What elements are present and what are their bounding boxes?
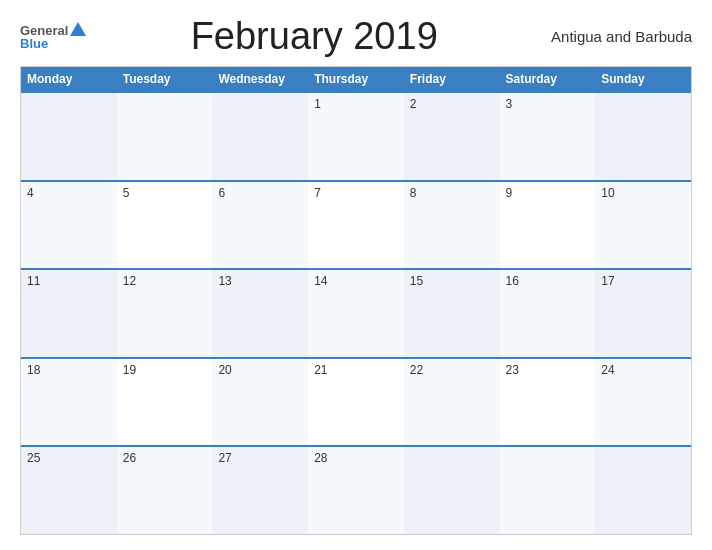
- calendar-week: 25262728: [21, 445, 691, 534]
- logo: General Blue: [20, 24, 86, 50]
- day-number: 2: [410, 97, 417, 111]
- day-number: 18: [27, 363, 40, 377]
- calendar-cell: 13: [212, 270, 308, 357]
- calendar-cell: 25: [21, 447, 117, 534]
- day-number: 20: [218, 363, 231, 377]
- calendar-cell: 16: [500, 270, 596, 357]
- weekday-header: Friday: [404, 67, 500, 91]
- day-number: 12: [123, 274, 136, 288]
- calendar-week: 123: [21, 91, 691, 180]
- day-number: 9: [506, 186, 513, 200]
- calendar-cell: 12: [117, 270, 213, 357]
- logo-general-text: General: [20, 24, 68, 37]
- day-number: 23: [506, 363, 519, 377]
- weekday-header: Sunday: [595, 67, 691, 91]
- calendar-cell: 7: [308, 182, 404, 269]
- day-number: 5: [123, 186, 130, 200]
- calendar-title: February 2019: [86, 15, 542, 58]
- calendar-cell: 1: [308, 93, 404, 180]
- calendar-body: 1234567891011121314151617181920212223242…: [21, 91, 691, 534]
- calendar-cell: 28: [308, 447, 404, 534]
- day-number: 15: [410, 274, 423, 288]
- calendar-cell: 9: [500, 182, 596, 269]
- calendar-cell: [117, 93, 213, 180]
- calendar-cell: 8: [404, 182, 500, 269]
- day-number: 17: [601, 274, 614, 288]
- day-number: 25: [27, 451, 40, 465]
- day-number: 3: [506, 97, 513, 111]
- calendar-cell: 15: [404, 270, 500, 357]
- weekday-header: Saturday: [500, 67, 596, 91]
- calendar: MondayTuesdayWednesdayThursdayFridaySatu…: [20, 66, 692, 535]
- calendar-cell: 22: [404, 359, 500, 446]
- calendar-cell: [595, 93, 691, 180]
- calendar-week: 45678910: [21, 180, 691, 269]
- calendar-cell: 26: [117, 447, 213, 534]
- calendar-cell: [21, 93, 117, 180]
- day-number: 1: [314, 97, 321, 111]
- calendar-cell: [212, 93, 308, 180]
- country-label: Antigua and Barbuda: [542, 28, 692, 45]
- logo-triangle-icon: [70, 22, 86, 36]
- day-number: 4: [27, 186, 34, 200]
- calendar-cell: 3: [500, 93, 596, 180]
- day-number: 11: [27, 274, 40, 288]
- calendar-cell: 21: [308, 359, 404, 446]
- day-number: 14: [314, 274, 327, 288]
- weekday-header: Wednesday: [212, 67, 308, 91]
- weekday-header: Thursday: [308, 67, 404, 91]
- calendar-cell: 17: [595, 270, 691, 357]
- page: General Blue February 2019 Antigua and B…: [0, 0, 712, 550]
- day-number: 7: [314, 186, 321, 200]
- header: General Blue February 2019 Antigua and B…: [20, 15, 692, 58]
- logo-blue-text: Blue: [20, 37, 48, 50]
- calendar-cell: 19: [117, 359, 213, 446]
- day-number: 27: [218, 451, 231, 465]
- calendar-header: MondayTuesdayWednesdayThursdayFridaySatu…: [21, 67, 691, 91]
- day-number: 26: [123, 451, 136, 465]
- day-number: 24: [601, 363, 614, 377]
- calendar-cell: 11: [21, 270, 117, 357]
- day-number: 21: [314, 363, 327, 377]
- calendar-cell: [404, 447, 500, 534]
- calendar-cell: 18: [21, 359, 117, 446]
- calendar-cell: 27: [212, 447, 308, 534]
- day-number: 22: [410, 363, 423, 377]
- calendar-cell: 6: [212, 182, 308, 269]
- day-number: 16: [506, 274, 519, 288]
- calendar-cell: 4: [21, 182, 117, 269]
- day-number: 6: [218, 186, 225, 200]
- calendar-cell: 20: [212, 359, 308, 446]
- calendar-cell: [500, 447, 596, 534]
- calendar-week: 11121314151617: [21, 268, 691, 357]
- calendar-cell: [595, 447, 691, 534]
- calendar-cell: 23: [500, 359, 596, 446]
- day-number: 8: [410, 186, 417, 200]
- weekday-header: Monday: [21, 67, 117, 91]
- calendar-cell: 10: [595, 182, 691, 269]
- day-number: 28: [314, 451, 327, 465]
- weekday-header: Tuesday: [117, 67, 213, 91]
- day-number: 19: [123, 363, 136, 377]
- calendar-cell: 2: [404, 93, 500, 180]
- day-number: 13: [218, 274, 231, 288]
- calendar-week: 18192021222324: [21, 357, 691, 446]
- calendar-cell: 24: [595, 359, 691, 446]
- calendar-cell: 14: [308, 270, 404, 357]
- day-number: 10: [601, 186, 614, 200]
- calendar-cell: 5: [117, 182, 213, 269]
